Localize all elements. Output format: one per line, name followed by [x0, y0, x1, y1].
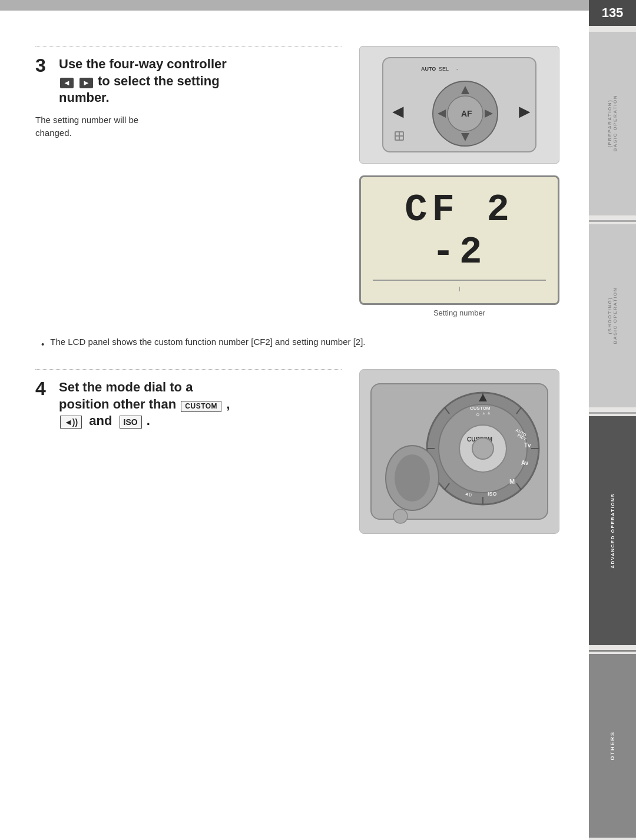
bullet-section: • The LCD panel shows the custom functio… [35, 335, 559, 351]
page-number-badge: 135 [589, 0, 636, 26]
sidebar-section-preparation: BASIC OPERATION(PREPARATION) [589, 32, 636, 215]
svg-text:▲: ▲ [482, 411, 486, 415]
step4-left: 4 Set the mode dial to a position other … [35, 369, 342, 534]
four-way-controller-image: AUTO SEL - AF [359, 46, 559, 164]
svg-text:►: ► [515, 101, 534, 122]
svg-text:◄)): ◄)) [464, 492, 472, 497]
svg-point-42 [472, 438, 493, 459]
svg-text:✿: ✿ [476, 412, 480, 417]
sidebar-label-others: OTHERS [606, 723, 619, 769]
svg-rect-17 [400, 137, 403, 140]
sidebar-divider-1 [589, 220, 636, 222]
svg-text:Av: Av [521, 460, 529, 466]
step4-number: 4 [35, 379, 52, 398]
svg-point-45 [395, 454, 430, 502]
page-number: 135 [602, 5, 624, 21]
svg-text:◄: ◄ [389, 101, 408, 122]
sidebar-divider-3 [589, 650, 636, 652]
svg-text:CUSTOM: CUSTOM [470, 406, 491, 411]
sidebar-label-shooting: BASIC OPERATION(SHOOTING) [604, 279, 621, 353]
setting-number-label: Setting number [359, 308, 559, 317]
svg-point-46 [393, 509, 408, 523]
custom-badge: CUSTOM [181, 401, 221, 413]
svg-text:SEL: SEL [439, 66, 449, 72]
svg-rect-15 [400, 132, 403, 135]
top-bar [0, 0, 589, 11]
svg-text:Tv: Tv [524, 442, 531, 449]
step3-title: Use the four-way controller ◄ ► to selec… [59, 56, 227, 107]
step3-left: 3 Use the four-way controller ◄ ► to sel… [35, 46, 342, 317]
sound-icon-box: ◄)) [60, 416, 82, 429]
step3-section: 3 Use the four-way controller ◄ ► to sel… [35, 34, 559, 317]
mode-dial-image: ✿ ▲ ♟ CUSTOM AUTO PICT Tv Av [359, 369, 559, 534]
lcd-cf-text: CF 2 -2 [373, 189, 546, 281]
sidebar-label-preparation: BASIC OPERATION(PREPARATION) [604, 87, 621, 160]
svg-text:-: - [456, 66, 458, 72]
step3-right: AUTO SEL - AF [359, 46, 559, 317]
svg-text:♟: ♟ [487, 411, 491, 415]
step3-number: 3 [35, 56, 52, 75]
step4-section: 4 Set the mode dial to a position other … [35, 369, 559, 534]
step3-header: 3 Use the four-way controller ◄ ► to sel… [35, 46, 342, 107]
sidebar-divider-2 [589, 412, 636, 414]
and-text: and [89, 413, 112, 428]
bullet-text: The LCD panel shows the custom function … [50, 335, 365, 351]
step3-description: The setting number will be changed. [35, 114, 342, 140]
right-arrow-icon: ► [80, 78, 93, 89]
lcd-grid [373, 287, 546, 291]
bullet-item: • The LCD panel shows the custom functio… [41, 335, 554, 351]
lcd-cell-right [460, 287, 546, 291]
sidebar-section-shooting: BASIC OPERATION(SHOOTING) [589, 224, 636, 408]
left-arrow-icon: ◄ [60, 78, 74, 89]
svg-rect-16 [396, 137, 399, 140]
lcd-display: CF 2 -2 [359, 175, 559, 305]
svg-rect-14 [396, 132, 399, 135]
lcd-cell-left [373, 287, 460, 291]
right-sidebar: BASIC OPERATION(PREPARATION) BASIC OPERA… [589, 26, 636, 840]
sidebar-section-advanced: ADVANCED OPERATIONS [589, 416, 636, 645]
step4-title: Set the mode dial to a position other th… [59, 379, 230, 430]
sidebar-section-others: OTHERS [589, 654, 636, 838]
main-content: 3 Use the four-way controller ◄ ► to sel… [0, 11, 589, 840]
svg-text:ISO: ISO [488, 491, 497, 497]
four-way-svg: AUTO SEL - AF [371, 52, 548, 158]
svg-text:AUTO: AUTO [421, 66, 436, 72]
iso-box: ISO [120, 416, 142, 429]
bullet-dot: • [41, 337, 44, 351]
lcd-container: CF 2 -2 Setting number [359, 175, 559, 317]
mode-dial-svg: ✿ ▲ ♟ CUSTOM AUTO PICT Tv Av [365, 372, 554, 531]
svg-text:AF: AF [461, 109, 472, 118]
step4-header: 4 Set the mode dial to a position other … [35, 369, 342, 430]
svg-text:M: M [509, 478, 515, 485]
sidebar-label-advanced: ADVANCED OPERATIONS [607, 485, 619, 577]
step4-right: ✿ ▲ ♟ CUSTOM AUTO PICT Tv Av [359, 369, 559, 534]
